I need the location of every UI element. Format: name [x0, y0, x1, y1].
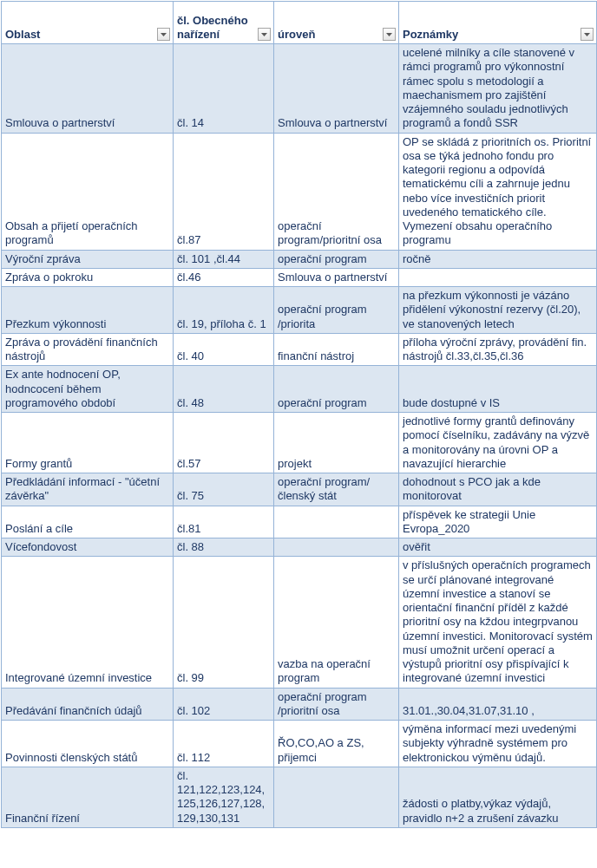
table-cell[interactable]: Obsah a přijetí operačních programů — [2, 133, 174, 250]
table-cell[interactable]: čl. 112 — [174, 721, 274, 767]
table-row: Formy grantůčl.57projektjednotlivé formy… — [2, 413, 597, 473]
svg-marker-1 — [261, 33, 267, 36]
col-header-uroven[interactable]: úroveň — [274, 2, 399, 44]
svg-marker-0 — [161, 33, 167, 36]
table-cell[interactable]: Smlouva o partnerství — [274, 268, 399, 286]
col-header-label: úroveň — [278, 28, 395, 42]
table-cell[interactable]: Výroční zpráva — [2, 250, 174, 268]
table-cell[interactable]: finanční nástroj — [274, 333, 399, 366]
table-cell[interactable]: vazba na operační program — [274, 557, 399, 688]
table-cell[interactable]: čl. 14 — [174, 44, 274, 134]
filter-dropdown-icon[interactable] — [157, 28, 170, 41]
table-cell[interactable]: čl.57 — [174, 413, 274, 473]
table-cell[interactable]: Smlouva o partnerství — [2, 44, 174, 134]
table-cell[interactable]: Finanční řízení — [2, 767, 174, 827]
table-cell[interactable]: operační program/prioritní osa — [274, 133, 399, 250]
table-row: Zpráva o pokrokučl.46Smlouva o partnerst… — [2, 268, 597, 286]
table-cell[interactable]: Přezkum výkonnosti — [2, 287, 174, 334]
table-cell[interactable]: ověřit — [399, 538, 597, 557]
table-cell[interactable]: operační program /priorita — [274, 287, 399, 334]
col-header-label: čl. Obecného nařízení — [177, 14, 270, 42]
table-cell[interactable]: Integrované územní investice — [2, 557, 174, 688]
table-cell[interactable]: výměna informací mezi uvedenými subjekty… — [399, 721, 597, 767]
table-row: Ex ante hodnocení OP, hodncocení během p… — [2, 366, 597, 413]
table-cell[interactable] — [274, 538, 399, 557]
table-cell[interactable]: Zpráva o pokroku — [2, 268, 174, 286]
table-cell[interactable]: čl. 101 ,čl.44 — [174, 250, 274, 268]
table-cell[interactable] — [274, 506, 399, 538]
table-cell[interactable]: příspěvek ke strategii Unie Evropa_2020 — [399, 506, 597, 538]
table-row: Předávání finančních údajůčl. 102operačn… — [2, 688, 597, 721]
table-cell[interactable]: žádosti o platby,výkaz výdajů, pravidlo … — [399, 767, 597, 827]
table-cell[interactable] — [399, 268, 597, 286]
table-cell[interactable]: dohodnout s PCO jak a kde monitorovat — [399, 473, 597, 506]
table-cell[interactable] — [274, 767, 399, 827]
table-cell[interactable]: operační program — [274, 366, 399, 413]
table-cell[interactable]: ucelené milníky a cíle stanovené v rámci… — [399, 44, 597, 134]
table-row: Zpráva o provádění finančních nástrojůčl… — [2, 333, 597, 366]
table-cell[interactable]: Smlouva o partnerství — [274, 44, 399, 134]
table-cell[interactable]: Zpráva o provádění finančních nástrojů — [2, 333, 174, 366]
filter-dropdown-icon[interactable] — [581, 28, 594, 41]
table-cell[interactable]: čl.46 — [174, 268, 274, 286]
col-header-poznamky[interactable]: Poznámky — [399, 2, 597, 44]
table-cell[interactable]: ŘO,CO,AO a ZS, přijemci — [274, 721, 399, 767]
table-cell[interactable]: projekt — [274, 413, 399, 473]
table-cell[interactable]: Předávání finančních údajů — [2, 688, 174, 721]
table-cell[interactable]: čl. 121,122,123,124,125,126,127,128,129,… — [174, 767, 274, 827]
table-row: Přezkum výkonnostičl. 19, příloha č. 1op… — [2, 287, 597, 334]
col-header-label: Oblast — [5, 28, 169, 42]
filter-dropdown-icon[interactable] — [258, 28, 271, 41]
table-cell[interactable]: příloha výroční zprávy, provádění fin. n… — [399, 333, 597, 366]
table-cell[interactable]: ročně — [399, 250, 597, 268]
table-cell[interactable]: čl. 19, příloha č. 1 — [174, 287, 274, 334]
svg-marker-3 — [584, 33, 590, 36]
table-cell[interactable]: čl.87 — [174, 133, 274, 250]
svg-marker-2 — [386, 33, 392, 36]
col-header-label: Poznámky — [403, 28, 593, 42]
table-cell[interactable]: Poslání a cíle — [2, 506, 174, 538]
table-cell[interactable]: čl. 75 — [174, 473, 274, 506]
table-row: Poslání a cílečl.81příspěvek ke strategi… — [2, 506, 597, 538]
table-cell[interactable]: čl. 99 — [174, 557, 274, 688]
table-row: Smlouva o partnerstvíčl. 14Smlouva o par… — [2, 44, 597, 134]
table-cell[interactable]: operační program — [274, 250, 399, 268]
table-cell[interactable]: Povinnosti členských států — [2, 721, 174, 767]
table-row: Finanční řízeníčl. 121,122,123,124,125,1… — [2, 767, 597, 827]
table-cell[interactable]: jednotlivé formy grantů definovány pomoc… — [399, 413, 597, 473]
table-cell[interactable]: čl.81 — [174, 506, 274, 538]
col-header-oblast[interactable]: Oblast — [2, 2, 174, 44]
table-cell[interactable]: operační program /prioritní osa — [274, 688, 399, 721]
table-cell[interactable]: čl. 48 — [174, 366, 274, 413]
table-cell[interactable]: čl. 40 — [174, 333, 274, 366]
table-cell[interactable]: Ex ante hodnocení OP, hodncocení během p… — [2, 366, 174, 413]
table-row: Integrované územní investicečl. 99vazba … — [2, 557, 597, 688]
table-cell[interactable]: operační program/členský stát — [274, 473, 399, 506]
table-cell[interactable]: bude dostupné v IS — [399, 366, 597, 413]
table-cell[interactable]: Předkládání informací - "účetní závěrka" — [2, 473, 174, 506]
data-table: Oblast čl. Obecného nařízení úroveň Pozn… — [1, 1, 597, 828]
table-cell[interactable]: čl. 102 — [174, 688, 274, 721]
table-row: Vícefondovostčl. 88ověřit — [2, 538, 597, 557]
table-row: Předkládání informací - "účetní závěrka"… — [2, 473, 597, 506]
table-cell[interactable]: v příslušných operačních programech se u… — [399, 557, 597, 688]
table-row: Obsah a přijetí operačních programůčl.87… — [2, 133, 597, 250]
table-row: Výroční zprávačl. 101 ,čl.44operační pro… — [2, 250, 597, 268]
col-header-narizeni[interactable]: čl. Obecného nařízení — [174, 2, 274, 44]
table-cell[interactable]: OP se skládá z prioritních os. Prioritní… — [399, 133, 597, 250]
table-cell[interactable]: 31.01.,30.04,31.07,31.10 , — [399, 688, 597, 721]
table-cell[interactable]: na přezkum výkonnosti je vázáno přidělen… — [399, 287, 597, 334]
filter-dropdown-icon[interactable] — [383, 28, 396, 41]
table-cell[interactable]: Formy grantů — [2, 413, 174, 473]
table-cell[interactable]: čl. 88 — [174, 538, 274, 557]
table-cell[interactable]: Vícefondovost — [2, 538, 174, 557]
table-row: Povinnosti členských státůčl. 112ŘO,CO,A… — [2, 721, 597, 767]
header-row: Oblast čl. Obecného nařízení úroveň Pozn… — [2, 2, 597, 44]
